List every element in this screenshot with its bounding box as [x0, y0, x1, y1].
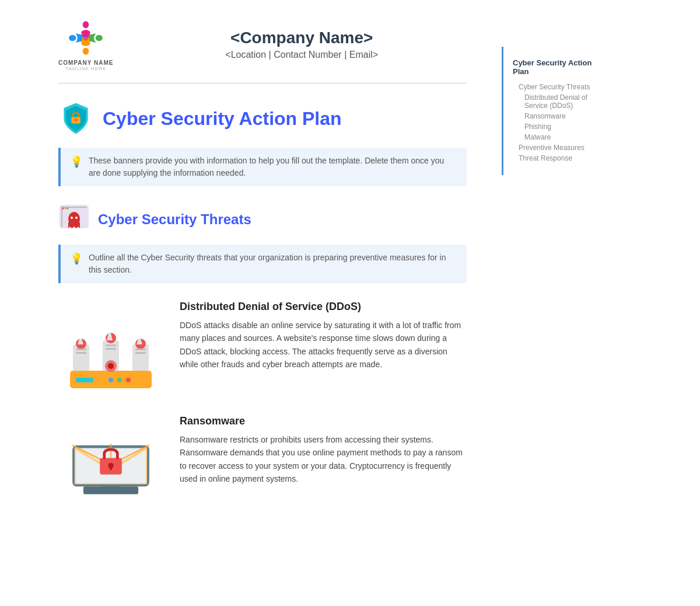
logo-area: COMPANY NAME TAGLINE HERE: [58, 18, 113, 71]
header-divider: [58, 83, 467, 83]
title-section: Cyber Security Action Plan: [58, 101, 467, 136]
sidebar-title: Cyber Security Action Plan: [513, 58, 609, 76]
svg-point-22: [126, 378, 131, 382]
ransomware-content: Ransomware Ransomware restricts or prohi…: [180, 415, 467, 486]
sidebar-item[interactable]: Threat Response: [513, 153, 609, 163]
svg-rect-11: [61, 207, 62, 227]
ddos-content: Distributed Denial of Service (DDoS) DDo…: [180, 301, 467, 371]
sidebar-item[interactable]: Cyber Security Threats: [513, 82, 609, 92]
svg-rect-30: [76, 352, 86, 354]
ddos-title: Distributed Denial of Service (DDoS): [180, 301, 467, 313]
ddos-image: [58, 301, 163, 394]
main-banner-text: These banners provide you with informati…: [89, 155, 457, 179]
threats-banner-text: Outline all the Cyber Security threats t…: [89, 252, 457, 276]
sidebar-item[interactable]: Malware: [513, 132, 609, 142]
sidebar-items: Cyber Security ThreatsDistributed Denial…: [513, 82, 609, 163]
threat-item-ransomware: Ransomware Ransomware restricts or prohi…: [58, 415, 467, 509]
sidebar-item[interactable]: Phishing: [513, 121, 609, 132]
threats-section-heading: Cyber Security Threats: [58, 204, 467, 235]
company-info: <Company Name> <Location | Contact Numbe…: [136, 29, 467, 60]
svg-point-14: [75, 217, 78, 219]
sidebar-item[interactable]: Distributed Denial of Service (DDoS): [513, 92, 609, 111]
ransomware-desc: Ransomware restricts or prohibits users …: [180, 433, 467, 486]
svg-point-13: [71, 217, 73, 219]
svg-point-2: [69, 35, 76, 41]
svg-rect-33: [135, 349, 146, 350]
svg-point-1: [83, 21, 89, 28]
ddos-desc: DDoS attacks disable an online service b…: [180, 319, 467, 371]
svg-point-15: [62, 208, 64, 210]
main-info-banner: 💡 These banners provide you with informa…: [58, 148, 467, 186]
sidebar: Cyber Security Action Plan Cyber Securit…: [502, 47, 618, 175]
company-label: COMPANY NAME: [58, 60, 113, 66]
svg-point-17: [67, 208, 69, 210]
svg-rect-8: [75, 120, 77, 121]
sidebar-item[interactable]: Ransomware: [513, 111, 609, 121]
svg-rect-31: [106, 344, 116, 346]
threats-info-banner: 💡 Outline all the Cyber Security threats…: [58, 245, 467, 283]
svg-point-21: [117, 378, 122, 382]
bulb-icon: 💡: [70, 155, 83, 168]
shield-icon: [58, 101, 93, 136]
ransomware-image: [58, 415, 163, 509]
threat-item-ddos: Distributed Denial of Service (DDoS) DDo…: [58, 301, 467, 394]
header: COMPANY NAME TAGLINE HERE <Company Name>…: [58, 18, 467, 71]
svg-rect-46: [110, 466, 112, 471]
company-logo: [65, 18, 106, 58]
main-content: COMPANY NAME TAGLINE HERE <Company Name>…: [0, 0, 502, 606]
tagline-label: TAGLINE HERE: [65, 66, 106, 71]
company-name: <Company Name>: [136, 29, 467, 47]
sidebar-item[interactable]: Preventive Measures: [513, 142, 609, 153]
svg-rect-29: [76, 349, 86, 350]
svg-rect-19: [76, 378, 93, 382]
svg-point-4: [83, 48, 89, 55]
svg-rect-34: [135, 352, 146, 354]
svg-point-5: [83, 36, 89, 41]
svg-rect-32: [106, 348, 116, 350]
svg-point-36: [108, 363, 114, 369]
threats-title: Cyber Security Threats: [98, 211, 251, 228]
svg-point-3: [96, 35, 103, 41]
plan-title: Cyber Security Action Plan: [103, 108, 342, 130]
svg-point-16: [65, 208, 66, 210]
bulb-icon-2: 💡: [70, 252, 83, 265]
ransomware-title: Ransomware: [180, 415, 467, 427]
company-details: <Location | Contact Number | Email>: [136, 50, 467, 60]
svg-point-20: [108, 378, 113, 382]
threats-section-icon: [58, 204, 90, 235]
